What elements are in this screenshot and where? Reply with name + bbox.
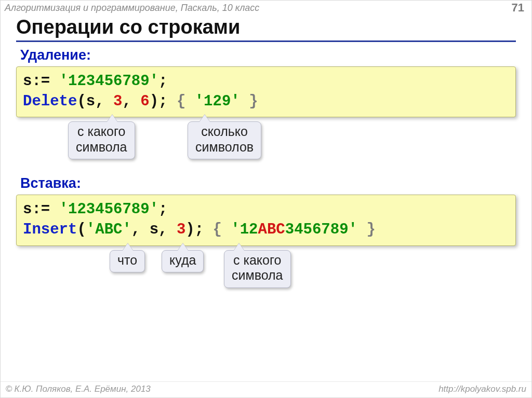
callouts-insert: что куда с какого символа (16, 250, 516, 318)
tok-cmt-post: 3456789' (285, 221, 357, 238)
tok-cmt: { (213, 221, 222, 238)
tok-cmt-val: '129' (195, 93, 240, 110)
tok: ( (77, 221, 86, 238)
section-label-delete: Удаление: (20, 47, 516, 63)
tok-arg-from: 3 (177, 221, 185, 238)
page-number: 71 (512, 1, 524, 15)
footer-bar: ©К.Ю. Поляков, Е.А. Ерёмин, 2013 http://… (1, 381, 531, 397)
slide: Алгоритмизация и программирование, Паска… (0, 0, 532, 398)
tok-cmt: { (177, 93, 185, 110)
callout-text: с какого символа (76, 124, 127, 155)
tok: ; (158, 73, 167, 90)
tok: (s, (77, 93, 104, 110)
callout-from-char: с какого символа (68, 121, 135, 159)
copyright: ©К.Ю. Поляков, Е.А. Ерёмин, 2013 (6, 384, 151, 394)
tok: , (131, 221, 140, 238)
tok: s:= (23, 73, 50, 90)
page-title: Операции со строками (16, 16, 531, 38)
callout-text: с какого символа (232, 253, 283, 283)
callout-what: что (110, 250, 145, 273)
tok-string: '123456789' (59, 201, 158, 218)
tok-cmt: } (366, 221, 375, 238)
tok-cmt-pre: '12 (231, 221, 258, 238)
tok-arg-from: 3 (113, 93, 122, 110)
footer-url: http://kpolyakov.spb.ru (438, 384, 526, 394)
title-underline (16, 40, 516, 42)
tok: , (122, 93, 131, 110)
callout-from-char-ins: с какого символа (224, 250, 291, 288)
slide-body: Удаление: s:= '123456789'; Delete(s, 3, … (1, 47, 531, 318)
course-title: Алгоритмизация и программирование, Паска… (5, 3, 259, 13)
tok-cmt-ins: ABC (258, 221, 285, 238)
section-label-insert: Вставка: (20, 175, 516, 191)
callout-text: сколько символов (195, 124, 254, 155)
tok-arg-what: 'ABC' (86, 221, 131, 238)
tok: ); (150, 93, 168, 110)
tok-fn: Insert (23, 221, 77, 238)
tok-arg-where: s (150, 221, 158, 238)
tok-string: '123456789' (59, 73, 158, 90)
copyright-text: К.Ю. Поляков, Е.А. Ерёмин, 2013 (15, 384, 151, 394)
copyright-icon: © (6, 384, 12, 394)
tok: s:= (23, 201, 50, 218)
code-delete: s:= '123456789'; Delete(s, 3, 6); { '129… (16, 66, 516, 117)
callout-text: куда (169, 253, 196, 267)
tok: ; (158, 201, 167, 218)
header-bar: Алгоритмизация и программирование, Паска… (1, 1, 531, 14)
tok-cmt: } (249, 93, 258, 110)
tok-fn: Delete (23, 93, 77, 110)
callout-where: куда (162, 250, 204, 273)
tok: , (158, 221, 167, 238)
callout-text: что (117, 253, 137, 267)
tok-arg-count: 6 (140, 93, 149, 110)
callouts-delete: с какого символа сколько символов (16, 121, 516, 173)
tok: ); (185, 221, 204, 238)
callout-count-chars: сколько символов (188, 121, 261, 159)
code-insert: s:= '123456789'; Insert('ABC', s, 3); { … (16, 195, 516, 245)
